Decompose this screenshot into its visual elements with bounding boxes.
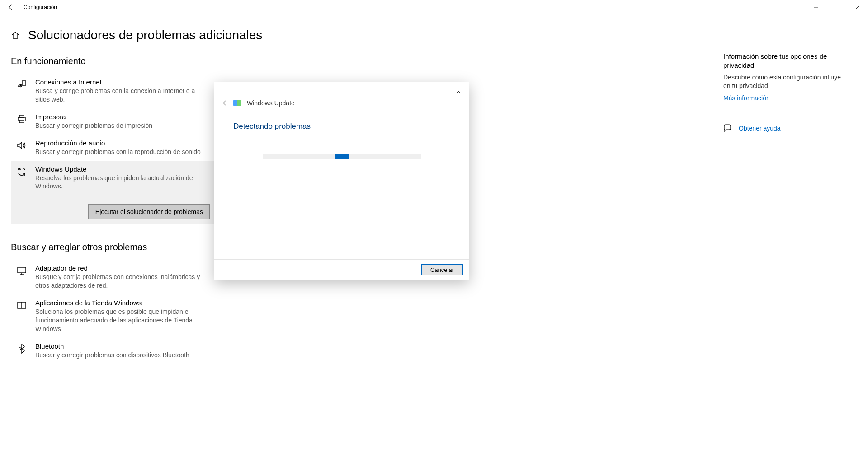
- progress-bar: [263, 154, 421, 159]
- troubleshooter-internet[interactable]: Conexiones a Internet Busca y corrige pr…: [11, 74, 217, 108]
- run-troubleshooter-button[interactable]: Ejecutar el solucionador de problemas: [88, 204, 210, 219]
- troubleshooter-title: Reproducción de audio: [35, 139, 211, 147]
- bluetooth-icon: [16, 343, 27, 354]
- cancel-button[interactable]: Cancelar: [421, 264, 463, 275]
- troubleshooter-desc: Buscar y corregir problemas con la repro…: [35, 148, 211, 156]
- troubleshooter-title: Bluetooth: [35, 342, 211, 350]
- progress-indicator: [335, 154, 349, 159]
- svg-rect-2: [22, 81, 26, 85]
- page-title: Solucionadores de problemas adicionales: [28, 28, 262, 42]
- monitor-icon: [16, 265, 27, 276]
- troubleshooter-desc: Resuelva los problemas que impiden la ac…: [35, 174, 211, 191]
- back-button[interactable]: [7, 4, 14, 11]
- troubleshooter-title: Aplicaciones de la Tienda Windows: [35, 299, 211, 307]
- sidebar-right: Información sobre tus opciones de privac…: [723, 52, 841, 132]
- troubleshooter-desc: Buscar y corregir problemas con disposit…: [35, 351, 211, 359]
- troubleshooter-audio[interactable]: Reproducción de audio Buscar y corregir …: [11, 135, 217, 161]
- maximize-button[interactable]: [826, 0, 847, 14]
- privacy-heading: Información sobre tus opciones de privac…: [723, 52, 841, 70]
- internet-icon: [16, 79, 27, 90]
- svg-rect-3: [19, 115, 24, 117]
- svg-rect-1: [835, 5, 839, 9]
- window-title: Configuración: [24, 4, 57, 10]
- printer-icon: [16, 114, 27, 125]
- app-window-icon: [16, 300, 27, 311]
- dialog-title: Windows Update: [247, 99, 295, 107]
- svg-rect-5: [19, 120, 24, 123]
- window-controls: [806, 0, 868, 14]
- titlebar: Configuración: [0, 0, 868, 14]
- troubleshooter-store-apps[interactable]: Aplicaciones de la Tienda Windows Soluci…: [11, 294, 217, 338]
- more-info-link[interactable]: Más información: [723, 94, 841, 102]
- privacy-desc: Descubre cómo esta configuración influye…: [723, 73, 841, 91]
- dialog-back-button[interactable]: [222, 100, 228, 106]
- troubleshooter-desc: Buscar y corregir problemas de impresión: [35, 121, 211, 130]
- troubleshooter-windows-update[interactable]: Windows Update Resuelva los problemas qu…: [11, 161, 217, 224]
- troubleshooter-desc: Busca y corrige problemas con la conexió…: [35, 87, 211, 104]
- dialog-close-button[interactable]: [450, 85, 467, 98]
- troubleshooter-title: Adaptador de red: [35, 264, 211, 272]
- troubleshooter-bluetooth[interactable]: Bluetooth Buscar y corregir problemas co…: [11, 338, 217, 364]
- troubleshooter-dialog: Windows Update Detectando problemas Canc…: [214, 82, 469, 280]
- help-icon: [723, 124, 731, 132]
- minimize-button[interactable]: [806, 0, 826, 14]
- troubleshooter-printer[interactable]: Impresora Buscar y corregir problemas de…: [11, 108, 217, 135]
- troubleshooter-network-adapter[interactable]: Adaptador de red Busque y corrija proble…: [11, 260, 217, 294]
- sync-icon: [16, 166, 27, 177]
- troubleshooter-title: Impresora: [35, 113, 211, 121]
- troubleshooter-desc: Busque y corrija problemas con conexione…: [35, 273, 211, 290]
- home-icon[interactable]: [11, 31, 20, 40]
- svg-rect-6: [18, 267, 26, 273]
- speaker-icon: [16, 140, 27, 151]
- get-help-link[interactable]: Obtener ayuda: [739, 125, 781, 132]
- dialog-heading: Detectando problemas: [233, 122, 450, 131]
- troubleshooter-desc: Soluciona los problemas que es posible q…: [35, 308, 211, 333]
- troubleshooter-title: Windows Update: [35, 165, 211, 173]
- section-running: En funcionamiento: [11, 56, 553, 66]
- troubleshooter-title: Conexiones a Internet: [35, 78, 211, 86]
- close-button[interactable]: [847, 0, 868, 14]
- page-header: Solucionadores de problemas adicionales: [11, 28, 553, 42]
- shield-icon: [233, 100, 241, 106]
